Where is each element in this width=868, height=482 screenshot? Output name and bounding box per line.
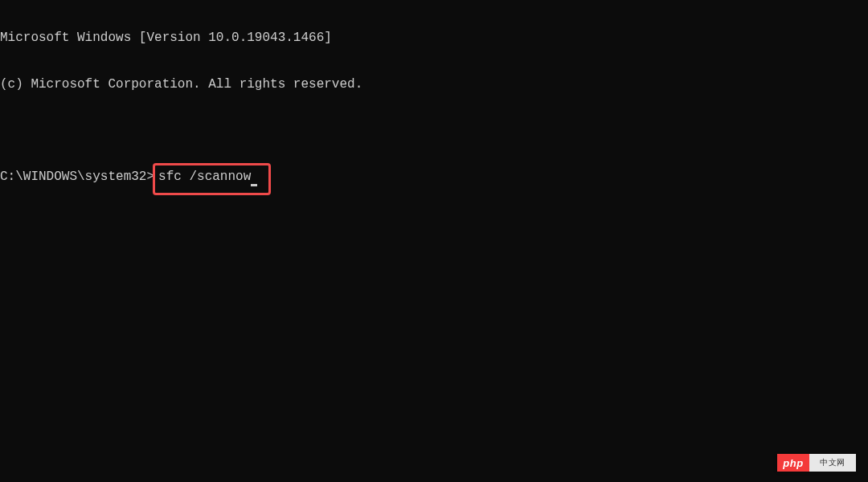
terminal[interactable]: Microsoft Windows [Version 10.0.19043.14… (0, 0, 868, 213)
command-input[interactable]: sfc /scannow (158, 170, 251, 184)
output-line-2: (c) Microsoft Corporation. All rights re… (0, 77, 868, 92)
command-highlight: sfc /scannow (153, 163, 271, 195)
blank-line (0, 124, 868, 139)
prompt-path: C:\WINDOWS\system32> (0, 170, 154, 185)
cursor-icon (251, 184, 257, 186)
watermark-right: 中文网 (809, 454, 856, 472)
watermark-left: php (777, 454, 809, 472)
prompt-line[interactable]: C:\WINDOWS\system32>sfc /scannow (0, 170, 868, 197)
output-line-1: Microsoft Windows [Version 10.0.19043.14… (0, 31, 868, 46)
watermark: php 中文网 (777, 454, 856, 472)
